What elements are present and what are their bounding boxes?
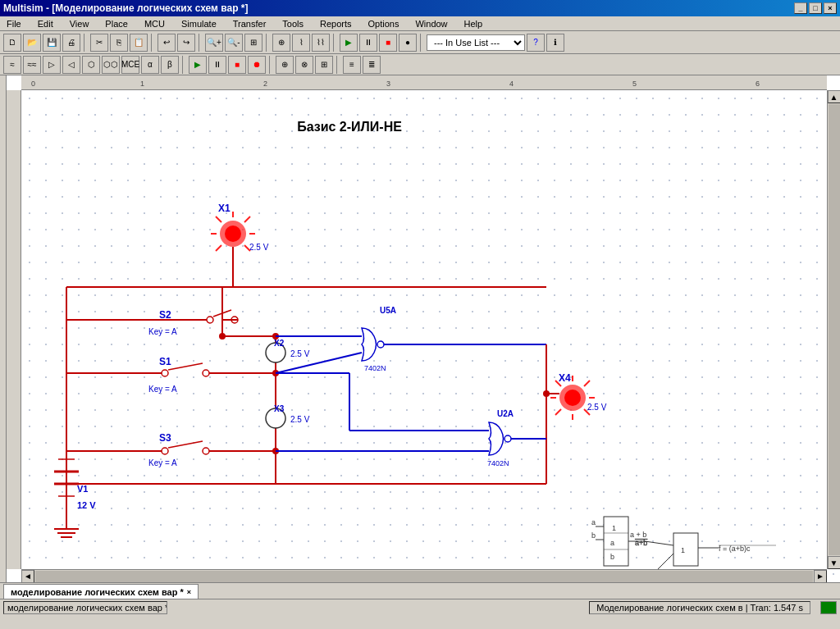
tb2-extra4[interactable]: ≡ <box>343 56 361 74</box>
tb2-extra3[interactable]: ⊞ <box>315 56 333 74</box>
svg-text:a: a <box>610 539 614 547</box>
scroll-track-horizontal[interactable] <box>35 571 813 582</box>
menu-options[interactable]: Options <box>365 19 403 29</box>
svg-text:1: 1 <box>612 524 616 532</box>
redo-button[interactable]: ↪ <box>177 34 195 52</box>
stop-button[interactable]: ■ <box>379 34 397 52</box>
menu-tools[interactable]: Tools <box>279 19 307 29</box>
open-button[interactable]: 📂 <box>23 34 41 52</box>
close-button[interactable]: × <box>824 2 837 14</box>
schematic-title: Базис 2-ИЛИ-НЕ <box>297 120 402 134</box>
menu-view[interactable]: View <box>66 19 93 29</box>
tb2-pause-button[interactable]: ⏸ <box>208 56 226 74</box>
ruler-top: 0 1 2 3 4 5 6 <box>21 75 827 90</box>
save-button[interactable]: 💾 <box>43 34 61 52</box>
svg-text:S2: S2 <box>159 309 171 321</box>
svg-text:b: b <box>610 553 614 561</box>
undo-button[interactable]: ↩ <box>158 34 176 52</box>
svg-point-36 <box>203 448 209 454</box>
menu-edit[interactable]: Edit <box>34 19 57 29</box>
tb2-run-button[interactable]: ▶ <box>189 56 207 74</box>
scroll-right-button[interactable]: ► <box>814 570 827 583</box>
sep4 <box>266 34 269 52</box>
sep9 <box>336 56 340 74</box>
tb2-btn7[interactable]: MCE <box>121 56 139 74</box>
place-bus-button[interactable]: ⌇⌇ <box>312 34 330 52</box>
scroll-track-vertical[interactable] <box>829 104 840 555</box>
sep5 <box>333 34 336 52</box>
inuse-list-dropdown[interactable]: --- In Use List --- <box>427 34 525 51</box>
minimize-button[interactable]: _ <box>794 2 807 14</box>
info-button[interactable]: ℹ <box>546 34 564 52</box>
zoom-out-button[interactable]: 🔍- <box>225 34 243 52</box>
tab-bar: моделирование логических схем вар * × <box>0 582 840 599</box>
menu-reports[interactable]: Reports <box>317 19 355 29</box>
bottom-scrollbar[interactable]: ◄ ► <box>21 569 827 582</box>
left-sidebar <box>0 75 7 582</box>
step-button[interactable]: ● <box>399 34 417 52</box>
menu-simulate[interactable]: Simulate <box>178 19 220 29</box>
menu-place[interactable]: Place <box>102 19 131 29</box>
scroll-left-button[interactable]: ◄ <box>21 570 34 583</box>
zoom-fit-button[interactable]: ⊞ <box>244 34 262 52</box>
tb2-extra1[interactable]: ⊕ <box>276 56 294 74</box>
svg-text:a: a <box>591 518 596 526</box>
ruler-mark-2: 2 <box>263 80 267 88</box>
svg-text:a+b: a+b <box>635 539 647 547</box>
print-button[interactable]: 🖨 <box>62 34 80 52</box>
svg-text:Key = A: Key = A <box>148 458 177 467</box>
tb2-btn1[interactable]: ≈ <box>3 56 21 74</box>
tb2-stop-button[interactable]: ■ <box>228 56 246 74</box>
ruler-mark-0: 0 <box>31 80 35 88</box>
svg-text:7402N: 7402N <box>364 364 386 372</box>
tb2-extra2[interactable]: ⊗ <box>295 56 313 74</box>
tab-label: моделирование логических схем вар * <box>11 587 184 597</box>
status-indicator <box>820 601 837 614</box>
copy-button[interactable]: ⎘ <box>110 34 128 52</box>
svg-rect-108 <box>673 533 698 566</box>
scroll-up-button[interactable]: ▲ <box>828 90 841 103</box>
statusbar-center: Моделирование логических схем в | Tran: … <box>589 601 810 614</box>
sep1 <box>84 34 87 52</box>
menu-file[interactable]: File <box>3 19 25 29</box>
tb2-record-button[interactable]: ⏺ <box>248 56 266 74</box>
run-button[interactable]: ▶ <box>340 34 358 52</box>
zoom-in-button[interactable]: 🔍+ <box>205 34 223 52</box>
main-area: 0 1 2 3 4 5 6 Базис 2-ИЛИ-НЕ <box>0 75 840 582</box>
toolbar-1: 🗋 📂 💾 🖨 ✂ ⎘ 📋 ↩ ↪ 🔍+ 🔍- ⊞ ⊕ ⌇ ⌇⌇ ▶ ⏸ ■ ●… <box>0 31 840 54</box>
right-scrollbar[interactable]: ▲ ▼ <box>827 90 840 569</box>
tab-close-button[interactable]: × <box>187 588 191 596</box>
place-component-button[interactable]: ⊕ <box>272 34 290 52</box>
tb2-btn8[interactable]: α <box>141 56 159 74</box>
active-tab[interactable]: моделирование логических схем вар * × <box>3 584 199 599</box>
title-text: Multisim - [Моделирование логических схе… <box>3 2 249 14</box>
new-button[interactable]: 🗋 <box>3 34 21 52</box>
paste-button[interactable]: 📋 <box>130 34 148 52</box>
svg-line-110 <box>645 541 673 545</box>
place-wire-button[interactable]: ⌇ <box>292 34 310 52</box>
ruler-mark-5: 5 <box>632 80 637 88</box>
tb2-btn9[interactable]: β <box>161 56 179 74</box>
pause-button[interactable]: ⏸ <box>359 34 377 52</box>
svg-point-15 <box>207 317 213 323</box>
schematic-canvas[interactable]: Базис 2-ИЛИ-НЕ V1 12 V <box>21 90 840 582</box>
svg-line-91 <box>555 409 561 415</box>
scroll-down-button[interactable]: ▼ <box>828 556 841 569</box>
tb2-btn6[interactable]: ⬡⬡ <box>102 56 120 74</box>
svg-text:S1: S1 <box>159 356 171 367</box>
tb2-btn2[interactable]: ≈≈ <box>23 56 41 74</box>
tb2-btn3[interactable]: ▷ <box>43 56 61 74</box>
tb2-btn5[interactable]: ⬡ <box>82 56 100 74</box>
cut-button[interactable]: ✂ <box>90 34 108 52</box>
canvas-container[interactable]: 0 1 2 3 4 5 6 Базис 2-ИЛИ-НЕ <box>7 75 840 582</box>
menu-help[interactable]: Help <box>461 19 486 29</box>
menu-mcu[interactable]: MCU <box>141 19 168 29</box>
menu-window[interactable]: Window <box>412 19 450 29</box>
sep2 <box>151 34 154 52</box>
help-button[interactable]: ? <box>527 34 545 52</box>
maximize-button[interactable]: □ <box>809 2 822 14</box>
svg-line-37 <box>168 441 203 448</box>
tb2-btn4[interactable]: ◁ <box>62 56 80 74</box>
menu-transfer[interactable]: Transfer <box>230 19 270 29</box>
tb2-extra5[interactable]: ≣ <box>363 56 381 74</box>
